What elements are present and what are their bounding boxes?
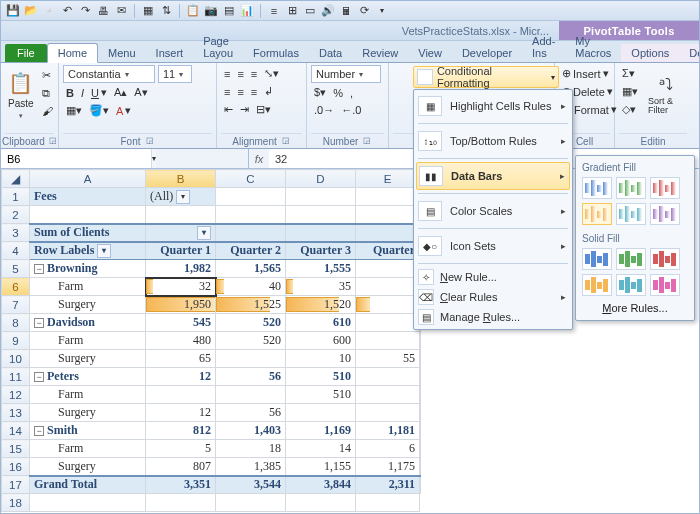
- row-14-header[interactable]: 14: [2, 422, 30, 440]
- speak-icon[interactable]: 🔊: [320, 3, 336, 19]
- row-2-header[interactable]: 2: [2, 206, 30, 224]
- launcher-icon[interactable]: ◲: [281, 136, 291, 146]
- launcher-icon[interactable]: ◲: [362, 136, 372, 146]
- row-13-header[interactable]: 13: [2, 404, 30, 422]
- wrap-text-button[interactable]: ↲: [261, 83, 276, 100]
- cell[interactable]: 1,403: [216, 422, 286, 440]
- filter-dropdown-icon[interactable]: ▾: [176, 190, 190, 204]
- cell[interactable]: 12: [146, 368, 216, 386]
- collapse-icon[interactable]: −: [34, 318, 44, 328]
- tab-formulas[interactable]: Formulas: [243, 44, 309, 62]
- cell[interactable]: 510: [286, 386, 356, 404]
- cell[interactable]: 32: [146, 278, 216, 296]
- align-left-button[interactable]: ≡: [221, 83, 233, 100]
- cell[interactable]: 68: [420, 404, 421, 422]
- cell[interactable]: [356, 278, 420, 296]
- row-9-header[interactable]: 9: [2, 332, 30, 350]
- item-label[interactable]: Surgery: [30, 404, 146, 422]
- cell[interactable]: 6: [356, 440, 420, 458]
- page-field[interactable]: Fees: [30, 188, 146, 206]
- row-16-header[interactable]: 16: [2, 458, 30, 476]
- databar-gradient-blue[interactable]: [582, 177, 612, 199]
- menu-clear-rules[interactable]: ⌫Clear Rules▸: [416, 287, 570, 307]
- cell[interactable]: 1,565: [216, 260, 286, 278]
- cell[interactable]: 43: [420, 440, 421, 458]
- cell[interactable]: 4,565: [420, 422, 421, 440]
- font-name-dropdown[interactable]: Constantia: [63, 65, 155, 83]
- tab-insert[interactable]: Insert: [146, 44, 194, 62]
- databar-gradient-teal[interactable]: [616, 203, 646, 225]
- cell[interactable]: 578: [420, 368, 421, 386]
- decrease-decimal-button[interactable]: ←.0: [338, 102, 364, 118]
- grow-font-button[interactable]: A▴: [111, 84, 130, 101]
- cell[interactable]: 1,555: [286, 260, 356, 278]
- redo-icon[interactable]: ↷: [77, 3, 93, 19]
- menu-new-rule[interactable]: ✧New Rule...: [416, 267, 570, 287]
- quick-print-icon[interactable]: 🖶: [95, 3, 111, 19]
- select-all-corner[interactable]: ◢: [2, 170, 30, 188]
- row-15-header[interactable]: 15: [2, 440, 30, 458]
- comma-button[interactable]: ,: [347, 84, 356, 101]
- save-icon[interactable]: 💾: [5, 3, 21, 19]
- camera-icon[interactable]: 📷: [203, 3, 219, 19]
- cell[interactable]: 610: [286, 314, 356, 332]
- tab-review[interactable]: Review: [352, 44, 408, 62]
- table-icon[interactable]: ▤: [221, 3, 237, 19]
- cell[interactable]: [356, 314, 420, 332]
- borders-button[interactable]: ▦▾: [63, 102, 85, 119]
- databar-gradient-green[interactable]: [616, 177, 646, 199]
- tab-mymacros[interactable]: My Macros: [565, 32, 621, 62]
- undo-icon[interactable]: ↶: [59, 3, 75, 19]
- align-right-button[interactable]: ≡: [248, 83, 260, 100]
- launcher-icon[interactable]: ◲: [49, 136, 57, 146]
- cell[interactable]: [356, 260, 420, 278]
- group-header[interactable]: −Davidson: [30, 314, 146, 332]
- item-label[interactable]: Surgery: [30, 350, 146, 368]
- merge-button[interactable]: ⊟▾: [253, 101, 274, 118]
- databar-solid-red[interactable]: [650, 248, 680, 270]
- row-10-header[interactable]: 10: [2, 350, 30, 368]
- tab-data[interactable]: Data: [309, 44, 352, 62]
- cell[interactable]: 520: [216, 314, 286, 332]
- cell[interactable]: 35: [286, 278, 356, 296]
- row-4-header[interactable]: 4: [2, 242, 30, 260]
- align-icon[interactable]: ≡: [266, 3, 282, 19]
- menu-data-bars[interactable]: ▮▮Data Bars▸: [416, 162, 570, 190]
- cell[interactable]: 56: [216, 368, 286, 386]
- group-icon[interactable]: ⊞: [284, 3, 300, 19]
- bold-button[interactable]: B: [63, 84, 77, 101]
- tab-home[interactable]: Home: [47, 43, 98, 63]
- col-C-header[interactable]: C: [216, 170, 286, 188]
- underline-button[interactable]: U ▾: [88, 84, 110, 101]
- cell[interactable]: 14: [286, 440, 356, 458]
- row-18-header[interactable]: 18: [2, 494, 30, 512]
- cell[interactable]: [216, 386, 286, 404]
- open-icon[interactable]: 📂: [23, 3, 39, 19]
- row-7-header[interactable]: 7: [2, 296, 30, 314]
- item-label[interactable]: Farm: [30, 386, 146, 404]
- cell[interactable]: 510: [286, 368, 356, 386]
- cell[interactable]: 56: [216, 404, 286, 422]
- font-color-button[interactable]: A▾: [113, 102, 134, 119]
- cell[interactable]: 1,385: [216, 458, 286, 476]
- databar-gradient-purple[interactable]: [650, 203, 680, 225]
- increase-indent-button[interactable]: ⇥: [237, 101, 252, 118]
- collapse-icon[interactable]: −: [34, 264, 44, 274]
- item-label[interactable]: Farm: [30, 278, 146, 296]
- row-3-header[interactable]: 3: [2, 224, 30, 242]
- name-box[interactable]: ▾: [1, 149, 129, 168]
- clear-button[interactable]: ◇▾: [619, 101, 641, 118]
- menu-color-scales[interactable]: ▤Color Scales▸: [416, 197, 570, 225]
- sort-filter-button[interactable]: ᵃ⤵ Sort & Filter: [645, 65, 687, 125]
- row-6-header[interactable]: 6: [2, 278, 30, 296]
- number-format-dropdown[interactable]: Number: [311, 65, 381, 83]
- cell[interactable]: 600: [286, 332, 356, 350]
- col-D-header[interactable]: D: [286, 170, 356, 188]
- paste-button[interactable]: 📋 Paste ▾: [5, 65, 37, 125]
- cut-button[interactable]: ✂: [39, 67, 56, 84]
- refresh-icon[interactable]: ⟳: [356, 3, 372, 19]
- row-11-header[interactable]: 11: [2, 368, 30, 386]
- fill-color-button[interactable]: 🪣▾: [86, 102, 112, 119]
- collapse-icon[interactable]: −: [34, 372, 44, 382]
- cell[interactable]: 1,950: [146, 296, 216, 314]
